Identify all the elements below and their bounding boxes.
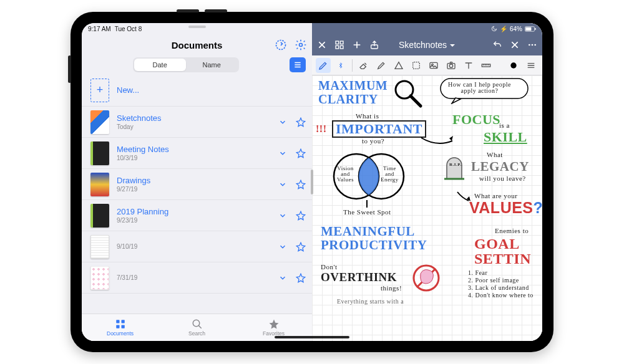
sort-segmented-control[interactable]: Date Name [133,57,239,72]
favorite-star-icon[interactable] [296,180,306,189]
chevron-down-icon[interactable] [278,118,287,127]
document-date: 9/23/19 [117,217,278,224]
svg-rect-2 [116,320,119,323]
lasso-tool[interactable] [409,58,424,73]
sketch-text: FOCUS [452,113,500,127]
svg-rect-11 [340,41,343,44]
sketch-text: MEANINGFUL [321,225,415,238]
svg-point-15 [529,44,530,46]
sketch-text: LEGACY [471,160,529,173]
document-row[interactable]: Drawings 9/27/19 [82,169,312,200]
volume-down-button[interactable] [205,9,227,12]
document-row[interactable]: 2019 Planning 9/23/19 [82,200,312,231]
sketch-text: !!! [316,124,326,134]
charging-icon: ⚡ [500,26,507,32]
svg-rect-4 [116,325,119,328]
favorite-star-icon[interactable] [296,273,306,283]
close-fullscreen-icon[interactable] [510,40,520,50]
document-thumbnail [90,235,109,259]
document-title: Drawings [117,176,278,186]
document-row[interactable]: Meeting Notes 10/3/19 [82,138,312,169]
tab-documents[interactable]: Documents [82,314,158,341]
color-black[interactable] [506,58,521,73]
ruler-tool[interactable] [479,58,494,73]
sketch-text: OVERTHINK [321,271,397,283]
sketch-text: PRODUCTIVITY [321,239,427,252]
document-date: Today [117,123,278,130]
document-row[interactable]: 9/10/19 [82,231,312,262]
sketch-text: MAXIMUM [318,79,388,92]
arrow-drawing [418,135,456,160]
chevron-down-icon[interactable] [278,180,287,189]
pen-tool[interactable] [316,58,331,73]
svg-point-16 [532,44,534,46]
add-icon[interactable] [352,40,362,50]
sketch-text: Time and Energy [381,166,399,183]
grid-icon[interactable] [334,40,344,50]
arrow-drawing [366,200,368,209]
document-row[interactable]: 7/31/19 [82,262,312,294]
shape-tool[interactable] [391,58,406,73]
svg-rect-18 [413,62,420,69]
sync-icon[interactable] [275,39,287,51]
stroke-options[interactable] [524,58,539,73]
chevron-down-icon[interactable] [278,274,287,282]
svg-line-26 [411,96,421,106]
home-indicator[interactable] [275,336,349,338]
chevron-down-icon[interactable] [278,242,287,251]
documents-list: + New... Sketchnotes Today [82,74,312,314]
favorite-star-icon[interactable] [296,117,306,127]
note-nav-bar: Sketchnotes [312,34,542,55]
chevron-down-icon[interactable] [278,149,287,158]
dnd-moon-icon [491,26,497,32]
svg-point-24 [510,62,516,68]
settings-icon[interactable] [295,39,307,51]
svg-point-22 [449,64,452,67]
image-tool[interactable] [426,58,441,73]
svg-rect-12 [336,46,339,49]
segment-name[interactable]: Name [186,59,238,71]
document-date: 9/10/19 [117,243,278,250]
document-title: Meeting Notes [117,145,278,155]
favorite-star-icon[interactable] [296,148,306,158]
eraser-tool[interactable] [356,58,371,73]
sketch-text: things! [381,285,402,292]
tab-search[interactable]: Search [158,314,235,341]
sketch-text: 3. Lack of understand [468,285,529,291]
share-icon[interactable] [369,40,379,50]
dropdown-triangle-icon[interactable] [449,42,456,49]
list-view-toggle[interactable] [290,57,306,72]
sketch-text: VALUES? [469,200,542,216]
favorite-star-icon[interactable] [296,211,306,221]
highlighter-tool[interactable] [374,58,389,73]
document-title: Sketchnotes [117,113,278,123]
power-button[interactable] [68,55,71,83]
volume-up-button[interactable] [177,9,199,12]
status-bar-right: ⚡ 64% [312,23,542,34]
split-view-handle[interactable] [311,170,313,194]
sketch-text: How can I help people apply action? [448,82,511,94]
more-icon[interactable] [527,40,537,50]
new-document-row[interactable]: + New... [82,74,312,107]
sketch-text: to you? [362,138,384,145]
no-brain-icon [412,264,441,292]
sketch-text: What is [356,113,379,120]
close-icon[interactable] [317,40,327,50]
text-tool[interactable] [461,58,476,73]
document-row[interactable]: Sketchnotes Today [82,107,312,138]
multitask-handle[interactable] [188,26,206,28]
svg-point-1 [300,44,303,47]
battery-percent: 64% [510,26,522,32]
camera-tool[interactable] [444,58,459,73]
undo-icon[interactable] [492,40,502,50]
arrow-drawing [456,190,472,204]
sketch-canvas[interactable]: MAXIMUM CLARITY How can I help people ap… [312,75,542,341]
segment-date[interactable]: Date [134,59,186,71]
chevron-down-icon[interactable] [278,211,287,220]
new-label: New... [117,85,306,95]
left-header: Documents [82,34,312,55]
drawing-toolbar [312,55,542,75]
favorite-star-icon[interactable] [296,242,306,252]
bluetooth-icon[interactable] [333,58,348,73]
sketch-text: The Sweet Spot [343,209,391,216]
